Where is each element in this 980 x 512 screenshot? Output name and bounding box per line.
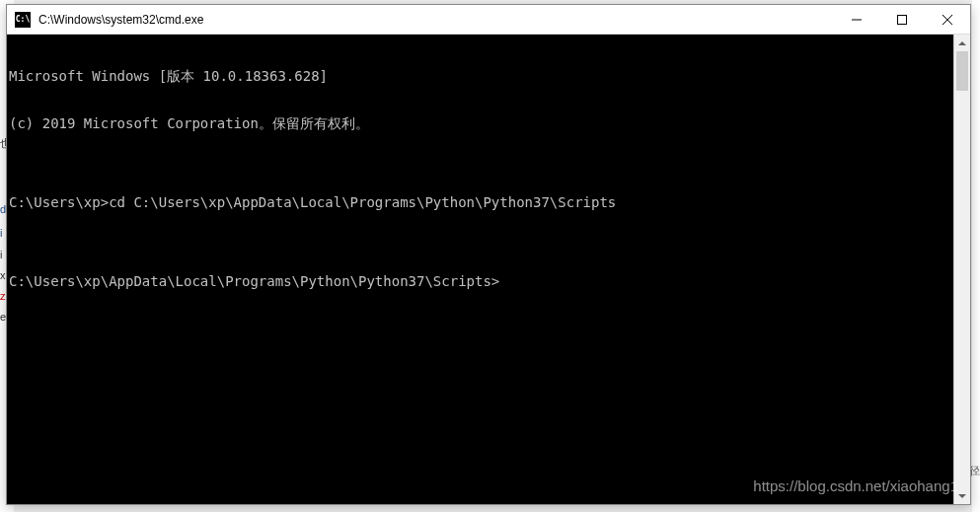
console-area: Microsoft Windows [版本 10.0.18363.628] (c… [7,35,970,504]
maximize-button[interactable] [879,5,925,34]
scrollbar-thumb[interactable] [956,51,968,91]
minimize-button[interactable] [834,5,879,34]
console-line: (c) 2019 Microsoft Corporation。保留所有权利。 [9,115,953,131]
close-icon [942,15,952,25]
cmd-icon: C:\ [15,12,31,28]
chevron-up-icon [958,41,966,45]
console-output[interactable]: Microsoft Windows [版本 10.0.18363.628] (c… [7,35,953,504]
maximize-icon [897,15,907,25]
window-controls [834,5,970,34]
scrollbar-down-arrow[interactable] [954,487,970,504]
chevron-down-icon [958,494,966,498]
svg-marker-5 [958,494,966,498]
console-line: C:\Users\xp>cd C:\Users\xp\AppData\Local… [9,194,953,210]
scrollbar-up-arrow[interactable] [954,35,970,51]
console-prompt: C:\Users\xp\AppData\Local\Programs\Pytho… [9,273,953,289]
background-right-hint: 径 [972,0,980,512]
svg-marker-4 [958,41,966,45]
titlebar[interactable]: C:\ C:\Windows\system32\cmd.exe [7,5,970,35]
svg-rect-1 [898,15,907,24]
scrollbar-track[interactable] [954,51,970,487]
close-button[interactable] [925,5,970,34]
cmd-window: C:\ C:\Windows\system32\cmd.exe Microsof… [6,4,971,505]
console-line: Microsoft Windows [版本 10.0.18363.628] [9,68,953,84]
minimize-icon [852,15,862,25]
window-title: C:\Windows\system32\cmd.exe [38,13,834,27]
vertical-scrollbar[interactable] [953,35,970,504]
